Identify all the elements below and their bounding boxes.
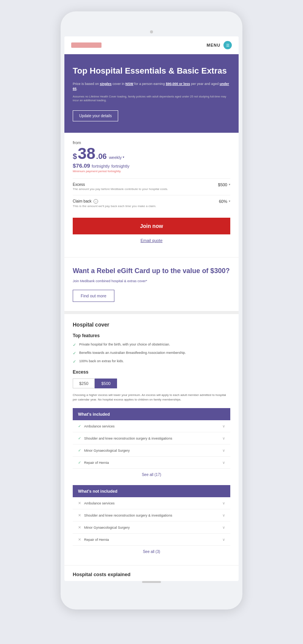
check-icon: ✓ (73, 351, 76, 356)
from-label: from (73, 140, 230, 145)
gift-title: Want a Rebel eGift Card up to the value … (73, 267, 230, 275)
feature-item-3: ✓ 100% back on extras for kids. (73, 359, 230, 364)
check-icon: ✓ (73, 359, 76, 364)
hero-section: Top Hospital Essentials & Basic Extras P… (64, 54, 239, 133)
hero-title: Top Hospital Essentials & Basic Extras (73, 66, 230, 76)
whats-not-included-header: What's not included (73, 485, 230, 497)
excess-note: Choosing a higher excess will lower your… (73, 393, 230, 402)
excess-row: Excess The amount you pay before Mediban… (73, 178, 230, 195)
features-title: Top features (73, 333, 230, 338)
not-included-label-2: Shoulder and knee reconstruction surgery… (84, 514, 172, 517)
fortnightly-period-label: fortnightly (111, 164, 130, 168)
claimback-row: Claim back i This is the amount we'll pa… (73, 195, 230, 212)
claimback-value[interactable]: 60% ▾ (219, 199, 230, 204)
hospital-section: Hospital cover Top features ✓ Private ho… (64, 311, 239, 565)
included-label-2: Shoulder and knee reconstruction surgery… (84, 437, 172, 440)
feature-text-1: Private hospital for the birth, with you… (79, 342, 170, 347)
header: MENU ☰ (64, 36, 239, 54)
excess-sublabel: The amount you pay before Medibank contr… (73, 187, 168, 191)
included-label-3: Minor Gynaecological Surgery (84, 449, 130, 452)
claimback-info: Claim back i This is the amount we'll pa… (73, 199, 156, 209)
included-item-1[interactable]: ✓ Ambulance services ∨ (73, 420, 230, 432)
phone-frame: MENU ☰ Top Hospital Essentials & Basic E… (61, 11, 242, 609)
check-icon: ✓ (73, 342, 76, 347)
claimback-sublabel: This is the amount we'll pay back each t… (73, 204, 156, 208)
price-whole: 38 (78, 146, 95, 162)
not-included-x-icon: ✕ (78, 501, 81, 505)
feature-text-2: Benefits towards an Australian Breastfee… (79, 350, 186, 355)
feature-item-1: ✓ Private hospital for the birth, with y… (73, 342, 230, 347)
included-check-icon: ✓ (78, 436, 81, 440)
hero-fine-print: Assumes no Lifetime Health Cover loading… (73, 95, 230, 103)
see-all-not-included-link[interactable]: See all (3) (73, 546, 230, 558)
expand-icon: ∨ (222, 448, 225, 452)
excess-500-button[interactable]: $500 (95, 379, 117, 388)
expand-icon: ∨ (222, 525, 225, 529)
join-now-button[interactable]: Join now (73, 218, 230, 234)
excess-section-title: Excess (73, 369, 230, 375)
not-included-label-4: Repair of Hernia (84, 538, 109, 542)
min-payment-label: Minimum payment period fortnightly (73, 170, 230, 173)
included-check-icon: ✓ (78, 460, 81, 465)
whats-included-header: What's included (73, 408, 230, 420)
excess-chevron-icon: ▾ (229, 183, 230, 186)
included-item-2[interactable]: ✓ Shoulder and knee reconstruction surge… (73, 432, 230, 445)
not-included-label-3: Minor Gynaecological Surgery (84, 526, 130, 529)
expand-icon: ∨ (222, 513, 225, 517)
chevron-down-icon: ▾ (123, 156, 124, 159)
not-included-x-icon: ✕ (78, 537, 81, 542)
not-included-item-4[interactable]: ✕ Repair of Hernia ∨ (73, 534, 230, 546)
excess-buttons: $250 $500 (73, 379, 230, 388)
email-quote-link[interactable]: Email quote (73, 238, 230, 247)
included-check-icon: ✓ (78, 448, 81, 452)
hero-description: Price is based on singles cover in NSW f… (73, 82, 230, 92)
expand-icon: ∨ (222, 460, 225, 465)
logo (71, 42, 102, 48)
not-included-label-1: Ambulance services (84, 501, 115, 505)
dollar-sign: $ (73, 152, 77, 161)
hospital-section-title: Hospital cover (73, 322, 230, 328)
expand-icon: ∨ (222, 537, 225, 542)
included-item-3[interactable]: ✓ Minor Gynaecological Surgery ∨ (73, 445, 230, 457)
feature-item-2: ✓ Benefits towards an Australian Breastf… (73, 350, 230, 356)
gift-section: Want a Rebel eGift Card up to the value … (64, 257, 239, 311)
excess-250-button[interactable]: $250 (73, 379, 95, 388)
menu-icon-symbol: ☰ (226, 43, 230, 47)
excess-info: Excess The amount you pay before Mediban… (73, 182, 168, 191)
header-right: MENU ☰ (207, 41, 232, 49)
not-included-item-2[interactable]: ✕ Shoulder and knee reconstruction surge… (73, 509, 230, 521)
pricing-section: from $ 38 .06 weekly ▾ $76.09 fortnightl… (64, 133, 239, 254)
price-fortnightly: $76.09 fortnightly fortnightly (73, 162, 230, 169)
price-cents: .06 (96, 152, 107, 161)
included-label-1: Ambulance services (84, 424, 115, 428)
not-included-x-icon: ✕ (78, 513, 81, 517)
excess-value[interactable]: $500 ▾ (218, 182, 230, 187)
claimback-label: Claim back i (73, 199, 156, 204)
gift-description: Join Medibank combined hospital & extras… (73, 279, 230, 283)
not-included-item-1[interactable]: ✕ Ambulance services ∨ (73, 497, 230, 509)
price-main: $ 38 .06 weekly ▾ (73, 146, 230, 162)
expand-icon: ∨ (222, 424, 225, 428)
expand-icon: ∨ (222, 436, 225, 440)
hospital-costs-title: Hospital costs explained (64, 565, 239, 581)
menu-icon[interactable]: ☰ (223, 41, 232, 49)
find-out-more-button[interactable]: Find out more (73, 290, 114, 302)
see-all-included-link[interactable]: See all (17) (73, 469, 230, 481)
included-check-icon: ✓ (78, 424, 81, 428)
not-included-x-icon: ✕ (78, 525, 81, 529)
info-icon[interactable]: i (94, 199, 98, 204)
price-period-weekly: weekly ▾ (109, 155, 125, 160)
screen: MENU ☰ Top Hospital Essentials & Basic E… (64, 36, 239, 581)
menu-label[interactable]: MENU (207, 43, 220, 47)
included-label-4: Repair of Hernia (84, 461, 109, 465)
included-item-4[interactable]: ✓ Repair of Hernia ∨ (73, 457, 230, 469)
update-details-button[interactable]: Update your details (73, 110, 118, 121)
excess-label: Excess (73, 182, 168, 187)
fortnightly-label: fortnightly (92, 164, 110, 168)
claimback-chevron-icon: ▾ (229, 199, 230, 203)
feature-text-3: 100% back on extras for kids. (79, 359, 124, 364)
expand-icon: ∨ (222, 501, 225, 505)
not-included-item-3[interactable]: ✕ Minor Gynaecological Surgery ∨ (73, 521, 230, 534)
